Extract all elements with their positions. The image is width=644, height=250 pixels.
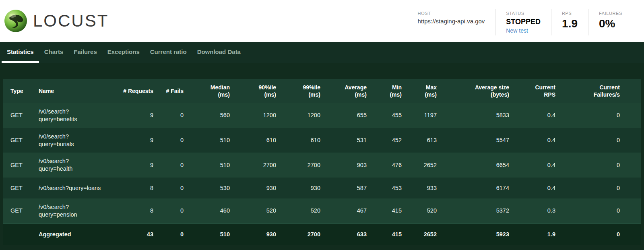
cell-90-ile-ms: 930 (234, 224, 280, 245)
stat-label: HOST (418, 11, 485, 16)
tab-download-data[interactable]: Download Data (192, 42, 246, 63)
cell-99-ile-ms: 1200 (280, 103, 324, 128)
cell-average-ms: 531 (324, 128, 371, 153)
table-row: GET/v0/search?query=loans805309309305874… (3, 178, 641, 198)
cell-current-rps: 0.4 (513, 128, 559, 153)
cell-fails: 0 (157, 198, 188, 224)
cell-90-ile-ms: 610 (234, 128, 280, 153)
column-header-current-rps[interactable]: Current RPS (513, 79, 559, 103)
cell-average-size-bytes: 5923 (441, 224, 513, 245)
cell-fails: 0 (157, 103, 188, 128)
cell-99-ile-ms: 2700 (280, 224, 324, 245)
cell-average-ms: 467 (324, 198, 371, 224)
cell-max-ms: 933 (406, 178, 441, 198)
cell-average-size-bytes: 5372 (441, 198, 513, 224)
tab-statistics[interactable]: Statistics (2, 42, 39, 63)
table-row: GET/v0/search? query=benefits90560120012… (3, 103, 641, 128)
tab-charts[interactable]: Charts (39, 42, 69, 63)
cell-type: GET (3, 153, 35, 178)
column-header-requests[interactable]: # Requests (115, 79, 157, 103)
header-stats: HOSThttps://staging-api.va.govSTATUSSTOP… (407, 6, 633, 36)
cell-requests: 8 (115, 198, 157, 224)
cell-min-ms: 415 (371, 224, 406, 245)
cell-current-failures-s: 0 (559, 224, 641, 245)
tab-failures[interactable]: Failures (68, 42, 102, 63)
tab-exceptions[interactable]: Exceptions (102, 42, 145, 63)
cell-current-rps: 0.4 (513, 153, 559, 178)
stat-value: https://staging-api.va.gov (418, 18, 485, 25)
cell-fails: 0 (157, 128, 188, 153)
nav-tabs: StatisticsChartsFailuresExceptionsCurren… (0, 42, 644, 63)
cell-average-ms: 655 (324, 103, 371, 128)
stat-host: HOSThttps://staging-api.va.gov (407, 8, 495, 36)
app-header: LOCUST HOSThttps://staging-api.va.govSTA… (0, 0, 644, 42)
aggregated-row: Aggregated4305109302700633415265259231.9… (3, 224, 641, 245)
cell-requests: 9 (115, 103, 157, 128)
cell-fails: 0 (157, 153, 188, 178)
stat-value: 1.9 (562, 18, 578, 30)
cell-current-failures-s: 0 (559, 103, 641, 128)
new-test-link[interactable]: New test (506, 27, 541, 34)
stat-label: FAILURES (599, 11, 622, 16)
column-header-type[interactable]: Type (3, 79, 35, 103)
stats-table: TypeName# Requests# FailsMedian (ms)90%i… (3, 79, 641, 245)
cell-average-size-bytes: 5547 (441, 128, 513, 153)
cell-name: Aggregated (35, 224, 115, 245)
cell-min-ms: 476 (371, 153, 406, 178)
cell-90-ile-ms: 930 (234, 178, 280, 198)
cell-average-size-bytes: 6654 (441, 153, 513, 178)
cell-requests: 43 (115, 224, 157, 245)
cell-max-ms: 613 (406, 128, 441, 153)
cell-99-ile-ms: 610 (280, 128, 324, 153)
stat-value: STOPPED (506, 18, 541, 26)
table-row: GET/v0/search? query=health9051027002700… (3, 153, 641, 178)
cell-average-ms: 903 (324, 153, 371, 178)
cell-current-failures-s: 0 (559, 128, 641, 153)
cell-median-ms: 510 (188, 153, 234, 178)
cell-99-ile-ms: 930 (280, 178, 324, 198)
cell-type: GET (3, 128, 35, 153)
cell-max-ms: 2652 (406, 224, 441, 245)
tab-current-ratio[interactable]: Current ratio (145, 42, 192, 63)
column-header-min-ms[interactable]: Min (ms) (371, 79, 406, 103)
column-header-current-failures-s[interactable]: Current Failures/s (559, 79, 641, 103)
cell-min-ms: 453 (371, 178, 406, 198)
cell-current-failures-s: 0 (559, 198, 641, 224)
stat-status: STATUSSTOPPEDNew test (495, 8, 551, 36)
statistics-table-wrap: TypeName# Requests# FailsMedian (ms)90%i… (3, 79, 641, 245)
cell-median-ms: 460 (188, 198, 234, 224)
cell-name: /v0/search? query=benefits (35, 103, 115, 128)
table-header-row: TypeName# Requests# FailsMedian (ms)90%i… (3, 79, 641, 103)
cell-90-ile-ms: 1200 (234, 103, 280, 128)
cell-max-ms: 1197 (406, 103, 441, 128)
column-header-average-ms[interactable]: Average (ms) (324, 79, 371, 103)
cell-fails: 0 (157, 178, 188, 198)
cell-median-ms: 530 (188, 178, 234, 198)
cell-current-failures-s: 0 (559, 153, 641, 178)
column-header-90-ile-ms[interactable]: 90%ile (ms) (234, 79, 280, 103)
cell-median-ms: 510 (188, 224, 234, 245)
cell-current-rps: 0.3 (513, 198, 559, 224)
cell-median-ms: 510 (188, 128, 234, 153)
column-header-fails[interactable]: # Fails (157, 79, 188, 103)
cell-name: /v0/search? query=pension (35, 198, 115, 224)
table-row: GET/v0/search? query=pension804605205204… (3, 198, 641, 224)
cell-current-rps: 0.4 (513, 103, 559, 128)
table-body: GET/v0/search? query=benefits90560120012… (3, 103, 641, 245)
column-header-name[interactable]: Name (35, 79, 115, 103)
column-header-99-ile-ms[interactable]: 99%ile (ms) (280, 79, 324, 103)
cell-current-failures-s: 0 (559, 178, 641, 198)
cell-99-ile-ms: 2700 (280, 153, 324, 178)
cell-current-rps: 1.9 (513, 224, 559, 245)
column-header-max-ms[interactable]: Max (ms) (406, 79, 441, 103)
cell-min-ms: 452 (371, 128, 406, 153)
column-header-median-ms[interactable]: Median (ms) (188, 79, 234, 103)
cell-requests: 8 (115, 178, 157, 198)
cell-99-ile-ms: 520 (280, 198, 324, 224)
main-content: TypeName# Requests# FailsMedian (ms)90%i… (0, 79, 644, 245)
cell-name: /v0/search? query=health (35, 153, 115, 178)
cell-average-ms: 633 (324, 224, 371, 245)
table-row: GET/v0/search? query=burials905106106105… (3, 128, 641, 153)
cell-average-ms: 587 (324, 178, 371, 198)
column-header-average-size-bytes[interactable]: Average size (bytes) (441, 79, 513, 103)
